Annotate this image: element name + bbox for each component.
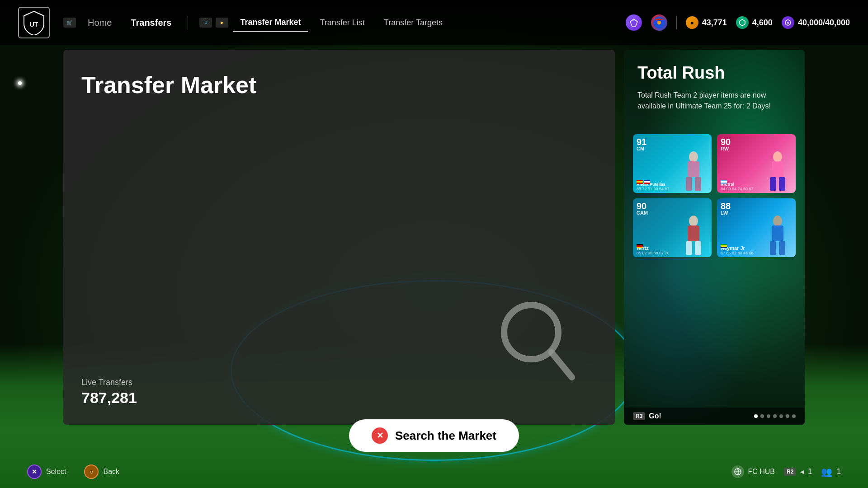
bottom-actions: ✕ Select ○ Back (27, 465, 119, 479)
currency-bar: ● 43,771 4,600 S 40,000/40,000 (626, 14, 850, 31)
putellas-stats: 83 72 91 90 54 67 (637, 187, 670, 191)
nav-transfer-targets[interactable]: Transfer Targets (377, 14, 450, 31)
svg-rect-24 (770, 241, 776, 255)
x-button: ✕ (27, 465, 42, 479)
live-transfers-count: 787,281 (81, 389, 597, 407)
nav-divider (188, 16, 188, 29)
bag-icon: 🛒 (63, 18, 76, 28)
nav-count: 1 (808, 468, 812, 476)
putellas-flags (637, 180, 650, 184)
carousel-dots (754, 414, 796, 418)
gold-coin-icon: ● (686, 16, 698, 29)
nav-arrow: ◄ (799, 468, 805, 475)
main-nav: 🛒 Home Transfers U ▶ Transfer Market Tra… (63, 14, 626, 32)
dot-1 (754, 414, 758, 418)
svg-rect-11 (688, 161, 699, 177)
player-card-wirtz: 90 CAM Wirtz 85 82 90 88 67 70 (633, 198, 712, 257)
currency-divider (676, 16, 677, 29)
people-hint: 👥 1 (821, 466, 841, 477)
svg-point-4 (657, 21, 661, 24)
neymar-stats: 87 85 82 80 46 68 (721, 251, 754, 255)
coins-value: 43,771 (702, 18, 727, 28)
x-button-icon: ✕ (372, 427, 388, 444)
dot-7 (792, 414, 796, 418)
ut-logo: UT (18, 7, 50, 38)
coins-display: ● 43,771 (686, 16, 727, 29)
putellas-position: CM (637, 146, 644, 151)
dot-5 (779, 414, 783, 418)
wirtz-flags (637, 244, 643, 248)
promo-content: Total Rush Total Rush Team 2 player item… (624, 50, 805, 134)
player-cards-grid: 91 CM Alexia Putellas 83 72 91 90 54 67 (624, 134, 805, 257)
transfer-market-title: Transfer Market (81, 72, 597, 98)
gem-icon (626, 14, 642, 31)
nav-home[interactable]: Home (80, 14, 119, 32)
wirtz-position: CAM (637, 210, 648, 216)
fc-hub-label: FC HUB (748, 468, 775, 476)
r2-hint: R2 ◄ 1 (784, 468, 812, 476)
svg-rect-17 (779, 177, 785, 191)
right-panel-bottom: R3 Go! (624, 408, 805, 425)
stadium-light-1 (18, 81, 22, 85)
r3-badge: R3 (633, 412, 645, 420)
nav-transfers[interactable]: Transfers (123, 14, 179, 32)
svg-text:S: S (787, 21, 789, 25)
people-icon: 👥 (821, 466, 832, 477)
neymar-flags (721, 244, 727, 248)
messi-position: RW (721, 146, 729, 151)
nav-transfer-list[interactable]: Transfer List (312, 14, 372, 31)
svg-rect-15 (772, 161, 783, 177)
wirtz-stats: 85 82 90 88 67 70 (637, 251, 670, 255)
o-button: ○ (84, 465, 99, 479)
select-hint: ✕ Select (27, 465, 66, 479)
player-card-neymar: 88 LW Neymar Jr 87 85 82 80 46 68 (717, 198, 796, 257)
green-coin-icon (736, 16, 749, 29)
club-badge (651, 14, 667, 31)
nav-transfer-market[interactable]: Transfer Market (233, 14, 308, 32)
bottom-bar: ✕ Select ○ Back FC HUB R2 ◄ 1 👥 1 (0, 465, 868, 479)
messi-stats: 84 90 84 74 80 67 (721, 187, 754, 191)
points-display: 4,600 (736, 16, 773, 29)
promo-title: Total Rush (637, 63, 791, 83)
svg-rect-21 (695, 241, 701, 255)
player-card-putellas: 91 CM Alexia Putellas 83 72 91 90 54 67 (633, 134, 712, 193)
back-hint: ○ Back (84, 465, 119, 479)
svg-text:UT: UT (30, 21, 38, 28)
icon-box-2: ▶ (216, 18, 228, 28)
search-market-button[interactable]: ✕ Search the Market (349, 419, 519, 452)
svg-rect-23 (772, 225, 783, 241)
dot-6 (786, 414, 789, 418)
svg-marker-2 (630, 19, 637, 22)
dot-4 (773, 414, 777, 418)
svg-rect-16 (770, 177, 776, 191)
svg-point-22 (773, 216, 782, 226)
svg-point-18 (689, 216, 698, 226)
squad-points-display: S 40,000/40,000 (782, 16, 850, 29)
people-count: 1 (837, 468, 841, 476)
dot-2 (760, 414, 764, 418)
dot-3 (767, 414, 770, 418)
svg-rect-13 (695, 177, 701, 191)
go-hint: R3 Go! (633, 412, 661, 420)
svg-point-14 (773, 151, 782, 162)
nav-icons: U ▶ (199, 18, 228, 28)
svg-point-10 (689, 151, 698, 162)
select-label: Select (46, 468, 66, 476)
fc-hub: FC HUB (731, 465, 775, 478)
promo-description: Total Rush Team 2 player items are now a… (637, 90, 791, 112)
purple-coin-icon: S (782, 16, 794, 29)
search-icon-large (497, 298, 579, 380)
messi-flags (721, 180, 727, 184)
svg-marker-5 (740, 19, 745, 26)
squad-points-value: 40,000/40,000 (798, 18, 850, 28)
main-content: Transfer Market Live Transfers 787,281 T… (63, 50, 805, 425)
svg-rect-12 (686, 177, 692, 191)
svg-rect-20 (686, 241, 692, 255)
topbar: UT 🛒 Home Transfers U ▶ Transfer Market … (0, 0, 868, 45)
fc-hub-icon (731, 465, 744, 478)
go-text: Go! (649, 412, 661, 420)
search-market-label: Search the Market (395, 429, 496, 443)
promo-panel[interactable]: Total Rush Total Rush Team 2 player item… (624, 50, 805, 425)
points-value: 4,600 (752, 18, 773, 28)
neymar-position: LW (721, 210, 728, 216)
